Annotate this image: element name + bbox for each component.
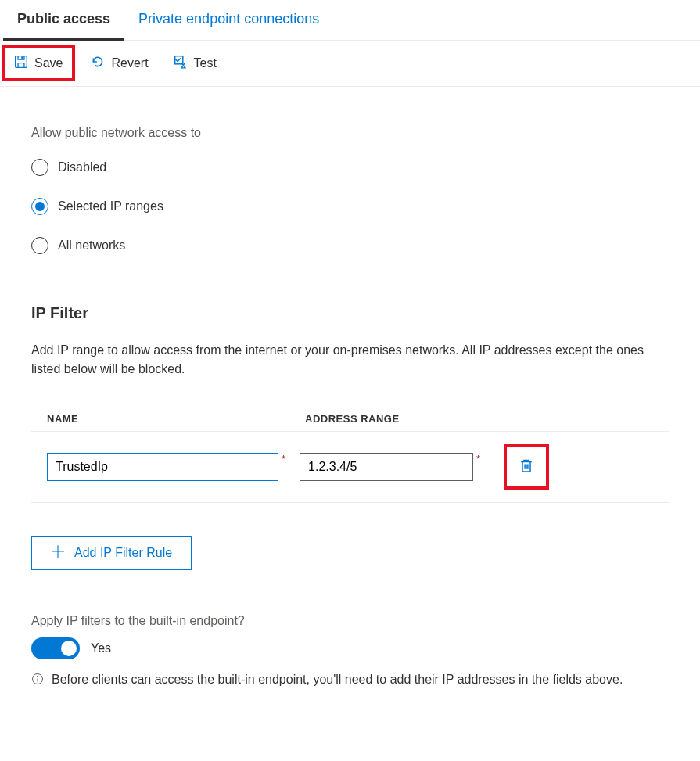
toggle-row: Yes — [31, 637, 669, 659]
radio-selected-ip-label: Selected IP ranges — [58, 199, 163, 214]
save-icon — [14, 55, 28, 72]
revert-button[interactable]: Revert — [81, 48, 157, 78]
toggle-value-label: Yes — [91, 641, 111, 655]
table-row: * * — [31, 432, 669, 503]
delete-row-button[interactable] — [519, 458, 534, 476]
svg-rect-0 — [16, 56, 27, 68]
info-text: Before clients can access the built-in e… — [52, 670, 623, 689]
ip-filter-heading: IP Filter — [31, 304, 669, 322]
revert-icon — [91, 55, 105, 72]
delete-button-highlight — [504, 444, 549, 490]
tab-private-endpoint[interactable]: Private endpoint connections — [124, 0, 333, 40]
content-area: Allow public network access to Disabled … — [0, 87, 700, 705]
test-icon — [174, 55, 188, 72]
radio-disabled[interactable]: Disabled — [31, 159, 669, 176]
radio-all-networks-label: All networks — [58, 239, 125, 253]
radio-circle-icon — [31, 237, 48, 254]
apply-filters-label: Apply IP filters to the built-in endpoin… — [31, 614, 669, 628]
save-button[interactable]: Save — [2, 45, 75, 81]
ip-filter-table-header: NAME ADDRESS RANGE — [31, 407, 669, 432]
column-address-range: ADDRESS RANGE — [305, 413, 653, 425]
ip-filter-description: Add IP range to allow access from the in… — [31, 341, 669, 379]
save-label: Save — [34, 56, 63, 70]
info-row: Before clients can access the built-in e… — [31, 670, 669, 689]
add-ip-filter-rule-button[interactable]: Add IP Filter Rule — [31, 536, 192, 570]
address-range-input[interactable] — [300, 453, 473, 481]
radio-circle-icon — [31, 198, 48, 215]
required-asterisk: * — [282, 453, 285, 465]
radio-all-networks[interactable]: All networks — [31, 237, 669, 254]
test-button[interactable]: Test — [164, 48, 226, 78]
column-name: NAME — [47, 413, 305, 425]
add-rule-label: Add IP Filter Rule — [74, 546, 172, 560]
tabs-bar: Public access Private endpoint connectio… — [0, 0, 700, 41]
required-asterisk: * — [476, 453, 480, 465]
radio-circle-icon — [31, 159, 48, 176]
test-label: Test — [194, 56, 217, 70]
toolbar: Save Revert Test — [0, 41, 700, 87]
plus-icon — [51, 544, 65, 562]
name-input[interactable] — [47, 453, 278, 481]
apply-filters-toggle[interactable] — [31, 637, 80, 659]
svg-point-3 — [37, 676, 38, 677]
radio-disabled-label: Disabled — [58, 160, 106, 174]
network-access-label: Allow public network access to — [31, 126, 669, 140]
info-icon — [31, 670, 44, 687]
network-access-radio-group: Disabled Selected IP ranges All networks — [31, 159, 669, 254]
apply-filters-section: Apply IP filters to the built-in endpoin… — [31, 614, 669, 689]
trash-icon — [519, 458, 534, 476]
tab-public-access[interactable]: Public access — [3, 0, 124, 41]
radio-selected-ip[interactable]: Selected IP ranges — [31, 198, 669, 215]
address-input-wrap: * — [300, 453, 494, 481]
revert-label: Revert — [111, 56, 148, 70]
name-input-wrap: * — [47, 453, 300, 481]
